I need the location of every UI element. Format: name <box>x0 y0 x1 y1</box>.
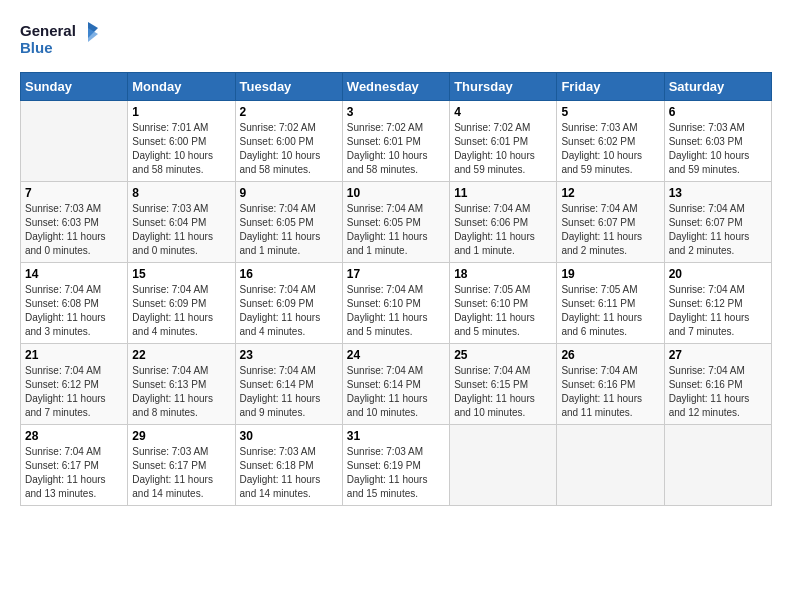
calendar-day-cell: 11Sunrise: 7:04 AMSunset: 6:06 PMDayligh… <box>450 182 557 263</box>
day-info: Sunrise: 7:04 AMSunset: 6:13 PMDaylight:… <box>132 364 230 420</box>
calendar-day-cell: 27Sunrise: 7:04 AMSunset: 6:16 PMDayligh… <box>664 344 771 425</box>
calendar-week-row: 7Sunrise: 7:03 AMSunset: 6:03 PMDaylight… <box>21 182 772 263</box>
calendar-day-cell <box>664 425 771 506</box>
weekday-header-tuesday: Tuesday <box>235 73 342 101</box>
day-info: Sunrise: 7:04 AMSunset: 6:14 PMDaylight:… <box>347 364 445 420</box>
day-info: Sunrise: 7:02 AMSunset: 6:01 PMDaylight:… <box>454 121 552 177</box>
day-info: Sunrise: 7:04 AMSunset: 6:16 PMDaylight:… <box>669 364 767 420</box>
day-info: Sunrise: 7:03 AMSunset: 6:18 PMDaylight:… <box>240 445 338 501</box>
day-info: Sunrise: 7:04 AMSunset: 6:12 PMDaylight:… <box>25 364 123 420</box>
day-info: Sunrise: 7:04 AMSunset: 6:06 PMDaylight:… <box>454 202 552 258</box>
day-info: Sunrise: 7:01 AMSunset: 6:00 PMDaylight:… <box>132 121 230 177</box>
day-number: 2 <box>240 105 338 119</box>
day-number: 21 <box>25 348 123 362</box>
day-number: 11 <box>454 186 552 200</box>
calendar-day-cell: 6Sunrise: 7:03 AMSunset: 6:03 PMDaylight… <box>664 101 771 182</box>
calendar-day-cell: 23Sunrise: 7:04 AMSunset: 6:14 PMDayligh… <box>235 344 342 425</box>
weekday-header-wednesday: Wednesday <box>342 73 449 101</box>
day-info: Sunrise: 7:05 AMSunset: 6:11 PMDaylight:… <box>561 283 659 339</box>
day-number: 14 <box>25 267 123 281</box>
logo: General Blue <box>20 20 100 62</box>
weekday-header-monday: Monday <box>128 73 235 101</box>
day-number: 9 <box>240 186 338 200</box>
weekday-header-thursday: Thursday <box>450 73 557 101</box>
calendar-week-row: 21Sunrise: 7:04 AMSunset: 6:12 PMDayligh… <box>21 344 772 425</box>
day-number: 29 <box>132 429 230 443</box>
day-number: 24 <box>347 348 445 362</box>
svg-text:Blue: Blue <box>20 39 53 56</box>
day-info: Sunrise: 7:03 AMSunset: 6:04 PMDaylight:… <box>132 202 230 258</box>
day-info: Sunrise: 7:03 AMSunset: 6:17 PMDaylight:… <box>132 445 230 501</box>
calendar-day-cell: 25Sunrise: 7:04 AMSunset: 6:15 PMDayligh… <box>450 344 557 425</box>
day-info: Sunrise: 7:04 AMSunset: 6:07 PMDaylight:… <box>669 202 767 258</box>
day-number: 6 <box>669 105 767 119</box>
day-number: 28 <box>25 429 123 443</box>
day-number: 25 <box>454 348 552 362</box>
logo-svg: General Blue <box>20 20 100 62</box>
calendar-day-cell: 15Sunrise: 7:04 AMSunset: 6:09 PMDayligh… <box>128 263 235 344</box>
day-number: 26 <box>561 348 659 362</box>
calendar-day-cell: 3Sunrise: 7:02 AMSunset: 6:01 PMDaylight… <box>342 101 449 182</box>
day-number: 7 <box>25 186 123 200</box>
calendar-day-cell: 17Sunrise: 7:04 AMSunset: 6:10 PMDayligh… <box>342 263 449 344</box>
calendar-day-cell: 7Sunrise: 7:03 AMSunset: 6:03 PMDaylight… <box>21 182 128 263</box>
day-info: Sunrise: 7:04 AMSunset: 6:09 PMDaylight:… <box>132 283 230 339</box>
calendar-day-cell: 22Sunrise: 7:04 AMSunset: 6:13 PMDayligh… <box>128 344 235 425</box>
day-info: Sunrise: 7:03 AMSunset: 6:03 PMDaylight:… <box>25 202 123 258</box>
weekday-header-sunday: Sunday <box>21 73 128 101</box>
day-number: 19 <box>561 267 659 281</box>
day-info: Sunrise: 7:04 AMSunset: 6:12 PMDaylight:… <box>669 283 767 339</box>
calendar-day-cell: 28Sunrise: 7:04 AMSunset: 6:17 PMDayligh… <box>21 425 128 506</box>
calendar-day-cell: 12Sunrise: 7:04 AMSunset: 6:07 PMDayligh… <box>557 182 664 263</box>
calendar-day-cell: 24Sunrise: 7:04 AMSunset: 6:14 PMDayligh… <box>342 344 449 425</box>
day-info: Sunrise: 7:02 AMSunset: 6:01 PMDaylight:… <box>347 121 445 177</box>
day-number: 3 <box>347 105 445 119</box>
calendar-table: SundayMondayTuesdayWednesdayThursdayFrid… <box>20 72 772 506</box>
weekday-header-row: SundayMondayTuesdayWednesdayThursdayFrid… <box>21 73 772 101</box>
day-info: Sunrise: 7:05 AMSunset: 6:10 PMDaylight:… <box>454 283 552 339</box>
calendar-day-cell: 1Sunrise: 7:01 AMSunset: 6:00 PMDaylight… <box>128 101 235 182</box>
day-info: Sunrise: 7:02 AMSunset: 6:00 PMDaylight:… <box>240 121 338 177</box>
header: General Blue <box>20 20 772 62</box>
calendar-day-cell: 5Sunrise: 7:03 AMSunset: 6:02 PMDaylight… <box>557 101 664 182</box>
day-number: 5 <box>561 105 659 119</box>
day-number: 30 <box>240 429 338 443</box>
day-number: 8 <box>132 186 230 200</box>
weekday-header-friday: Friday <box>557 73 664 101</box>
day-info: Sunrise: 7:04 AMSunset: 6:05 PMDaylight:… <box>347 202 445 258</box>
day-info: Sunrise: 7:04 AMSunset: 6:08 PMDaylight:… <box>25 283 123 339</box>
calendar-day-cell: 9Sunrise: 7:04 AMSunset: 6:05 PMDaylight… <box>235 182 342 263</box>
day-number: 15 <box>132 267 230 281</box>
day-info: Sunrise: 7:04 AMSunset: 6:09 PMDaylight:… <box>240 283 338 339</box>
day-info: Sunrise: 7:04 AMSunset: 6:17 PMDaylight:… <box>25 445 123 501</box>
day-info: Sunrise: 7:04 AMSunset: 6:15 PMDaylight:… <box>454 364 552 420</box>
day-info: Sunrise: 7:04 AMSunset: 6:16 PMDaylight:… <box>561 364 659 420</box>
calendar-day-cell: 8Sunrise: 7:03 AMSunset: 6:04 PMDaylight… <box>128 182 235 263</box>
calendar-week-row: 1Sunrise: 7:01 AMSunset: 6:00 PMDaylight… <box>21 101 772 182</box>
calendar-day-cell: 29Sunrise: 7:03 AMSunset: 6:17 PMDayligh… <box>128 425 235 506</box>
calendar-week-row: 14Sunrise: 7:04 AMSunset: 6:08 PMDayligh… <box>21 263 772 344</box>
day-info: Sunrise: 7:04 AMSunset: 6:07 PMDaylight:… <box>561 202 659 258</box>
day-number: 13 <box>669 186 767 200</box>
calendar-day-cell <box>21 101 128 182</box>
calendar-day-cell: 20Sunrise: 7:04 AMSunset: 6:12 PMDayligh… <box>664 263 771 344</box>
calendar-day-cell: 13Sunrise: 7:04 AMSunset: 6:07 PMDayligh… <box>664 182 771 263</box>
calendar-week-row: 28Sunrise: 7:04 AMSunset: 6:17 PMDayligh… <box>21 425 772 506</box>
day-number: 31 <box>347 429 445 443</box>
day-info: Sunrise: 7:04 AMSunset: 6:14 PMDaylight:… <box>240 364 338 420</box>
calendar-day-cell: 16Sunrise: 7:04 AMSunset: 6:09 PMDayligh… <box>235 263 342 344</box>
day-number: 12 <box>561 186 659 200</box>
day-info: Sunrise: 7:04 AMSunset: 6:10 PMDaylight:… <box>347 283 445 339</box>
svg-text:General: General <box>20 22 76 39</box>
day-number: 27 <box>669 348 767 362</box>
day-info: Sunrise: 7:03 AMSunset: 6:19 PMDaylight:… <box>347 445 445 501</box>
calendar-day-cell: 4Sunrise: 7:02 AMSunset: 6:01 PMDaylight… <box>450 101 557 182</box>
weekday-header-saturday: Saturday <box>664 73 771 101</box>
calendar-day-cell: 30Sunrise: 7:03 AMSunset: 6:18 PMDayligh… <box>235 425 342 506</box>
day-number: 18 <box>454 267 552 281</box>
calendar-day-cell: 18Sunrise: 7:05 AMSunset: 6:10 PMDayligh… <box>450 263 557 344</box>
day-number: 23 <box>240 348 338 362</box>
calendar-day-cell: 2Sunrise: 7:02 AMSunset: 6:00 PMDaylight… <box>235 101 342 182</box>
calendar-day-cell: 19Sunrise: 7:05 AMSunset: 6:11 PMDayligh… <box>557 263 664 344</box>
day-number: 4 <box>454 105 552 119</box>
